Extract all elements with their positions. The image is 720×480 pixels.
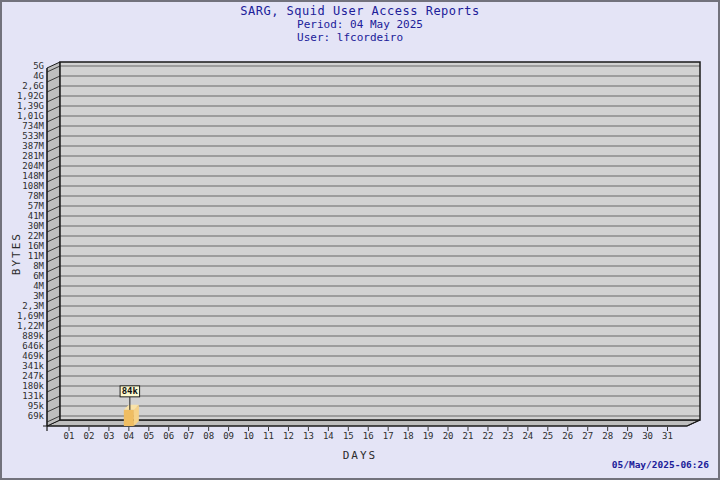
x-tick-label: 21 [463,431,474,441]
x-tick-label: 04 [123,431,134,441]
y-tick-label: 204M [22,161,44,171]
y-tick-label: 11M [28,251,45,261]
y-tick-label: 533M [22,131,44,141]
x-tick-label: 16 [363,431,374,441]
x-tick-label: 12 [283,431,294,441]
y-tick-label: 3M [33,291,44,301]
chart-period: Period: 04 May 2025 [297,18,423,31]
y-tick-label: 22M [28,231,45,241]
y-tick-label: 148M [22,171,44,181]
value-annotation-label: 84k [122,386,139,396]
y-tick-label: 387M [22,141,44,151]
x-tick-label: 11 [263,431,274,441]
plot-floor [47,420,700,426]
y-tick-label: 2,3M [22,301,44,311]
x-tick-label: 25 [542,431,553,441]
x-tick-label: 05 [143,431,154,441]
x-tick-label: 17 [383,431,394,441]
x-tick-label: 27 [582,431,593,441]
y-tick-label: 4M [33,281,44,291]
x-tick-label: 13 [303,431,314,441]
chart-canvas: 5G4G2,6G1,92G1,39G1,01G734M533M387M281M2… [2,2,718,478]
y-tick-label: 469k [22,351,44,361]
y-tick-label: 8M [33,261,44,271]
y-tick-label: 6M [33,271,44,281]
x-axis-title: DAYS [2,449,718,462]
y-tick-label: 108M [22,181,44,191]
x-tick-label: 29 [622,431,633,441]
y-axis-title: BYTES [10,232,23,275]
y-tick-label: 16M [28,241,45,251]
chart-title: SARG, Squid User Access Reports [2,5,718,18]
y-tick-label: 78M [28,191,45,201]
sarg-report-window: SARG, Squid User Access Reports Period: … [0,0,720,480]
x-tick-label: 06 [163,431,174,441]
chart-subheader: Period: 04 May 2025 User: lfcordeiro [297,18,423,44]
chart-header: SARG, Squid User Access Reports Period: … [2,5,718,44]
y-tick-label: 281M [22,151,44,161]
x-tick-label: 18 [403,431,414,441]
x-tick-label: 15 [343,431,354,441]
y-tick-label: 247k [22,371,44,381]
y-tick-label: 1,39G [17,101,44,111]
y-tick-label: 95k [28,401,45,411]
y-tick-label: 889k [22,331,44,341]
y-tick-label: 57M [28,201,45,211]
x-tick-label: 24 [522,431,533,441]
y-tick-label: 734M [22,121,44,131]
x-tick-label: 08 [203,431,214,441]
x-tick-label: 14 [323,431,334,441]
bar-front-face [124,410,134,426]
x-tick-label: 31 [662,431,673,441]
x-tick-label: 23 [502,431,513,441]
generated-timestamp: 05/May/2025-06:26 [612,459,709,470]
chart-user: User: lfcordeiro [297,31,423,44]
x-tick-label: 19 [423,431,434,441]
x-tick-label: 01 [64,431,75,441]
x-tick-label: 02 [84,431,95,441]
x-tick-label: 22 [483,431,494,441]
y-tick-label: 69k [28,411,45,421]
x-tick-label: 20 [443,431,454,441]
x-tick-label: 09 [223,431,234,441]
y-tick-label: 341k [22,361,44,371]
y-tick-label: 1,69M [17,311,45,321]
y-tick-label: 1,22M [17,321,45,331]
y-tick-label: 646k [22,341,44,351]
y-tick-label: 4G [33,71,44,81]
y-tick-label: 131k [22,391,44,401]
y-tick-label: 30M [28,221,45,231]
y-tick-label: 2,6G [22,81,44,91]
y-tick-label: 180k [22,381,44,391]
y-tick-label: 1,92G [17,91,44,101]
x-tick-label: 28 [602,431,613,441]
y-tick-label: 41M [28,211,45,221]
x-tick-label: 03 [103,431,114,441]
y-tick-label: 1,01G [17,111,44,121]
y-tick-label: 5G [33,61,44,71]
x-tick-label: 30 [642,431,653,441]
x-tick-label: 26 [562,431,573,441]
x-tick-label: 10 [243,431,254,441]
x-tick-label: 07 [183,431,194,441]
